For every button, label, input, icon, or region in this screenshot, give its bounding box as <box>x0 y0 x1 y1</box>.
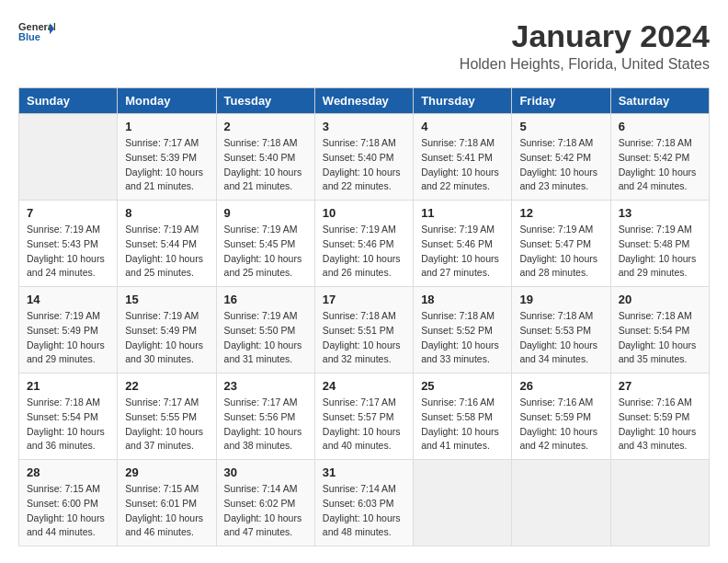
day-number: 8 <box>125 206 208 220</box>
weekday-header-tuesday: Tuesday <box>216 88 314 114</box>
day-number: 18 <box>421 293 504 306</box>
day-number: 5 <box>519 120 602 133</box>
day-number: 14 <box>27 293 109 306</box>
day-info: Sunrise: 7:14 AM Sunset: 6:02 PM Dayligh… <box>224 482 307 540</box>
week-row-1: 1Sunrise: 7:17 AM Sunset: 5:39 PM Daylig… <box>19 114 710 201</box>
day-number: 7 <box>27 206 109 220</box>
calendar-cell: 24Sunrise: 7:17 AM Sunset: 5:57 PM Dayli… <box>314 373 413 460</box>
day-info: Sunrise: 7:15 AM Sunset: 6:00 PM Dayligh… <box>27 482 109 540</box>
calendar-cell <box>610 460 709 546</box>
day-info: Sunrise: 7:19 AM Sunset: 5:50 PM Dayligh… <box>224 309 307 367</box>
day-number: 22 <box>125 379 208 393</box>
calendar-cell: 26Sunrise: 7:16 AM Sunset: 5:59 PM Dayli… <box>512 373 610 460</box>
day-number: 6 <box>619 120 701 133</box>
day-number: 20 <box>619 293 701 306</box>
calendar-table: SundayMondayTuesdayWednesdayThursdayFrid… <box>18 87 710 546</box>
calendar-cell: 21Sunrise: 7:18 AM Sunset: 5:54 PM Dayli… <box>19 373 118 460</box>
day-info: Sunrise: 7:18 AM Sunset: 5:41 PM Dayligh… <box>421 136 504 194</box>
calendar-cell: 5Sunrise: 7:18 AM Sunset: 5:42 PM Daylig… <box>512 114 610 201</box>
calendar-cell: 11Sunrise: 7:19 AM Sunset: 5:46 PM Dayli… <box>414 201 512 287</box>
day-number: 19 <box>519 293 602 306</box>
weekday-header-saturday: Saturday <box>610 88 709 114</box>
day-number: 16 <box>224 293 307 306</box>
day-number: 31 <box>323 465 405 479</box>
calendar-cell: 2Sunrise: 7:18 AM Sunset: 5:40 PM Daylig… <box>216 114 314 201</box>
calendar-cell: 18Sunrise: 7:18 AM Sunset: 5:52 PM Dayli… <box>414 287 512 373</box>
calendar-cell: 28Sunrise: 7:15 AM Sunset: 6:00 PM Dayli… <box>19 460 118 546</box>
day-number: 24 <box>323 379 405 393</box>
day-number: 10 <box>323 206 405 220</box>
calendar-cell: 15Sunrise: 7:19 AM Sunset: 5:49 PM Dayli… <box>118 287 216 373</box>
day-info: Sunrise: 7:18 AM Sunset: 5:40 PM Dayligh… <box>224 136 307 194</box>
day-info: Sunrise: 7:18 AM Sunset: 5:53 PM Dayligh… <box>519 309 602 367</box>
calendar-cell: 14Sunrise: 7:19 AM Sunset: 5:49 PM Dayli… <box>19 287 118 373</box>
weekday-header-row: SundayMondayTuesdayWednesdayThursdayFrid… <box>19 88 710 114</box>
weekday-header-monday: Monday <box>118 88 216 114</box>
day-number: 29 <box>125 465 208 479</box>
weekday-header-friday: Friday <box>512 88 610 114</box>
page-header: General Blue January 2024 Holden Heights… <box>18 18 710 73</box>
calendar-cell: 7Sunrise: 7:19 AM Sunset: 5:43 PM Daylig… <box>19 201 118 287</box>
day-number: 25 <box>421 379 504 393</box>
day-info: Sunrise: 7:18 AM Sunset: 5:42 PM Dayligh… <box>619 136 701 194</box>
day-info: Sunrise: 7:19 AM Sunset: 5:46 PM Dayligh… <box>421 223 504 281</box>
day-info: Sunrise: 7:16 AM Sunset: 5:59 PM Dayligh… <box>519 396 602 454</box>
calendar-cell: 19Sunrise: 7:18 AM Sunset: 5:53 PM Dayli… <box>512 287 610 373</box>
calendar-cell: 1Sunrise: 7:17 AM Sunset: 5:39 PM Daylig… <box>118 114 216 201</box>
calendar-cell <box>414 460 512 546</box>
day-info: Sunrise: 7:15 AM Sunset: 6:01 PM Dayligh… <box>125 482 208 540</box>
calendar-cell: 20Sunrise: 7:18 AM Sunset: 5:54 PM Dayli… <box>610 287 709 373</box>
week-row-5: 28Sunrise: 7:15 AM Sunset: 6:00 PM Dayli… <box>19 460 710 546</box>
day-number: 2 <box>224 120 307 133</box>
day-number: 28 <box>27 465 109 479</box>
day-number: 13 <box>619 206 701 220</box>
day-info: Sunrise: 7:19 AM Sunset: 5:43 PM Dayligh… <box>27 223 109 281</box>
svg-text:Blue: Blue <box>18 31 40 42</box>
day-number: 11 <box>421 206 504 220</box>
day-info: Sunrise: 7:14 AM Sunset: 6:03 PM Dayligh… <box>323 482 405 540</box>
day-info: Sunrise: 7:18 AM Sunset: 5:54 PM Dayligh… <box>27 396 109 454</box>
logo-icon: General Blue <box>18 18 55 46</box>
calendar-cell: 25Sunrise: 7:16 AM Sunset: 5:58 PM Dayli… <box>414 373 512 460</box>
day-number: 23 <box>224 379 307 393</box>
day-info: Sunrise: 7:19 AM Sunset: 5:49 PM Dayligh… <box>27 309 109 367</box>
day-info: Sunrise: 7:18 AM Sunset: 5:52 PM Dayligh… <box>421 309 504 367</box>
calendar-cell: 29Sunrise: 7:15 AM Sunset: 6:01 PM Dayli… <box>118 460 216 546</box>
day-number: 15 <box>125 293 208 306</box>
day-info: Sunrise: 7:18 AM Sunset: 5:51 PM Dayligh… <box>323 309 405 367</box>
day-number: 4 <box>421 120 504 133</box>
calendar-cell <box>19 114 118 201</box>
day-number: 26 <box>519 379 602 393</box>
day-number: 1 <box>125 120 208 133</box>
day-info: Sunrise: 7:16 AM Sunset: 5:58 PM Dayligh… <box>421 396 504 454</box>
calendar-cell: 31Sunrise: 7:14 AM Sunset: 6:03 PM Dayli… <box>314 460 413 546</box>
day-info: Sunrise: 7:18 AM Sunset: 5:54 PM Dayligh… <box>619 309 701 367</box>
day-number: 21 <box>27 379 109 393</box>
day-number: 9 <box>224 206 307 220</box>
day-info: Sunrise: 7:19 AM Sunset: 5:44 PM Dayligh… <box>125 223 208 281</box>
day-number: 17 <box>323 293 405 306</box>
title-section: January 2024 Holden Heights, Florida, Un… <box>460 18 710 73</box>
calendar-cell: 4Sunrise: 7:18 AM Sunset: 5:41 PM Daylig… <box>414 114 512 201</box>
weekday-header-sunday: Sunday <box>19 88 118 114</box>
day-info: Sunrise: 7:17 AM Sunset: 5:55 PM Dayligh… <box>125 396 208 454</box>
location-subtitle: Holden Heights, Florida, United States <box>460 56 710 73</box>
calendar-cell: 30Sunrise: 7:14 AM Sunset: 6:02 PM Dayli… <box>216 460 314 546</box>
day-number: 3 <box>323 120 405 133</box>
calendar-cell: 12Sunrise: 7:19 AM Sunset: 5:47 PM Dayli… <box>512 201 610 287</box>
day-info: Sunrise: 7:18 AM Sunset: 5:40 PM Dayligh… <box>323 136 405 194</box>
calendar-cell: 17Sunrise: 7:18 AM Sunset: 5:51 PM Dayli… <box>314 287 413 373</box>
day-number: 12 <box>519 206 602 220</box>
day-info: Sunrise: 7:18 AM Sunset: 5:42 PM Dayligh… <box>519 136 602 194</box>
day-info: Sunrise: 7:17 AM Sunset: 5:39 PM Dayligh… <box>125 136 208 194</box>
weekday-header-thursday: Thursday <box>414 88 512 114</box>
calendar-cell: 3Sunrise: 7:18 AM Sunset: 5:40 PM Daylig… <box>314 114 413 201</box>
calendar-cell: 6Sunrise: 7:18 AM Sunset: 5:42 PM Daylig… <box>610 114 709 201</box>
calendar-cell: 27Sunrise: 7:16 AM Sunset: 5:59 PM Dayli… <box>610 373 709 460</box>
day-info: Sunrise: 7:19 AM Sunset: 5:48 PM Dayligh… <box>619 223 701 281</box>
day-info: Sunrise: 7:19 AM Sunset: 5:45 PM Dayligh… <box>224 223 307 281</box>
calendar-cell: 8Sunrise: 7:19 AM Sunset: 5:44 PM Daylig… <box>118 201 216 287</box>
day-info: Sunrise: 7:19 AM Sunset: 5:46 PM Dayligh… <box>323 223 405 281</box>
month-title: January 2024 <box>460 18 710 54</box>
calendar-cell: 23Sunrise: 7:17 AM Sunset: 5:56 PM Dayli… <box>216 373 314 460</box>
